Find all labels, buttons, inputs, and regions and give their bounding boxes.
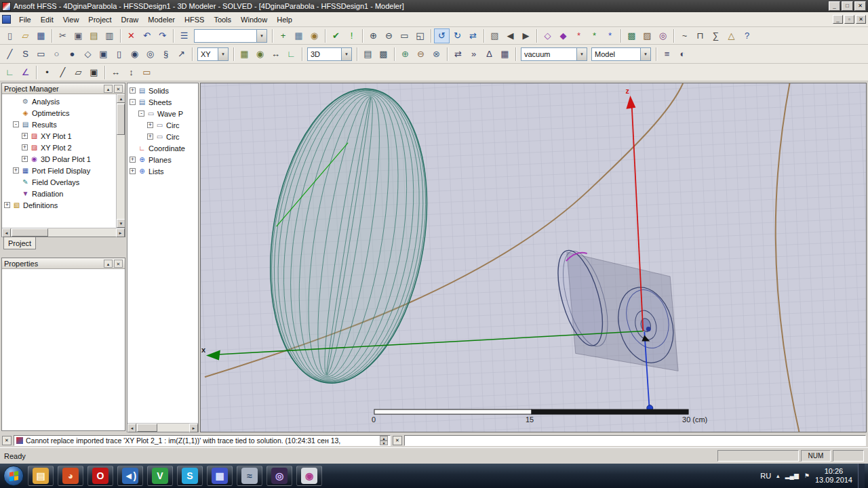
analyze-all-button[interactable]: ! (344, 28, 359, 43)
scroll-up-icon[interactable]: ▲ (117, 94, 125, 103)
create-face-cs-button[interactable]: ∠ (18, 65, 33, 80)
collapse-icon[interactable]: ▴ (104, 85, 113, 93)
pan-button[interactable]: ⇄ (465, 28, 481, 43)
grid-plane-toggle-button[interactable]: ▦ (237, 47, 252, 62)
viewport[interactable]: x z 0 15 30 (cm) (200, 83, 867, 432)
draw-line-button[interactable]: ╱ (2, 47, 18, 62)
draw-helix-button[interactable]: § (158, 47, 174, 62)
select-edges-button[interactable]: ╱ (55, 65, 71, 80)
taskbar-volume-mixer[interactable]: ◄) (117, 466, 143, 486)
validate-button[interactable]: ✔ (328, 28, 344, 43)
zoom-window-button[interactable]: ▭ (397, 28, 412, 43)
quick-search-combo[interactable]: ▼ (194, 29, 267, 43)
menu-window[interactable]: Window (236, 14, 272, 26)
paste-button[interactable]: ▤ (86, 28, 102, 43)
command-close-icon[interactable]: ✕ (393, 436, 402, 445)
scroll-left-icon[interactable]: ◄ (2, 228, 11, 237)
menu-file[interactable]: File (14, 14, 36, 26)
draw-ellipse-button[interactable]: ○ (49, 47, 64, 62)
tree-item-xy-plot-1[interactable]: +▨XY Plot 1 (2, 130, 116, 142)
tree-item-radiation[interactable]: ▼Radiation (2, 188, 116, 199)
menu-edit[interactable]: Edit (36, 14, 58, 26)
tree-item-definitions[interactable]: +▧Definitions (2, 199, 116, 211)
draw-sweep-button[interactable]: ↗ (174, 47, 189, 62)
tab-project[interactable]: Project (3, 237, 36, 249)
view-redo-button[interactable]: ▶ (518, 28, 534, 43)
measure-length-button[interactable]: ↕ (123, 65, 139, 80)
tree-expander-icon[interactable]: + (147, 134, 153, 140)
new-button[interactable]: ▯ (2, 28, 18, 43)
rotate-orbit-button[interactable]: ↺ (434, 28, 450, 43)
taskbar-green-app[interactable]: V (147, 466, 173, 486)
undo-button[interactable]: ↶ (139, 28, 155, 43)
tree-item-3d-polar-plot-1[interactable]: +◉3D Polar Plot 1 (2, 153, 116, 165)
optimetrics-setup-button[interactable]: △ (724, 28, 739, 43)
message-spinner[interactable]: ▲ ▼ (380, 436, 388, 445)
active-plane-button[interactable]: ◆ (555, 28, 571, 43)
network-icon[interactable]: ▂▄▆ (785, 472, 799, 479)
menu-hfss[interactable]: HFSS (180, 14, 209, 26)
axes-blue-button[interactable]: * (602, 28, 618, 43)
menu-view[interactable]: View (58, 14, 84, 26)
layer-manager-button[interactable]: ≡ (659, 47, 675, 62)
close-icon[interactable]: ✕ (114, 85, 123, 93)
create-relative-cs-button[interactable]: ∟ (2, 65, 18, 80)
chevron-down-icon[interactable]: ▼ (256, 30, 267, 42)
tree-item-analysis[interactable]: ⚙Analysis (2, 96, 116, 107)
collapse-icon[interactable]: ▴ (104, 260, 113, 268)
clock[interactable]: 10:26 13.09.2014 (815, 467, 852, 485)
close-icon[interactable]: ✕ (114, 260, 123, 268)
draw-box-button[interactable]: ▣ (96, 47, 111, 62)
tree-expander-icon[interactable]: - (138, 110, 144, 117)
chevron-down-icon[interactable]: ▼ (640, 48, 650, 60)
project-tree-vscrollbar[interactable]: ▲ ▼ (116, 94, 125, 228)
message-close-icon[interactable]: ✕ (2, 436, 12, 445)
lumped-port-button[interactable]: ⊓ (692, 28, 708, 43)
axes-red-button[interactable]: * (571, 28, 587, 43)
taskbar-paint-tool[interactable]: ◉ (296, 466, 322, 486)
scroll-right-icon[interactable]: ► (116, 228, 125, 237)
zoom-in-button[interactable]: ⊕ (366, 28, 381, 43)
menu-help[interactable]: Help (272, 14, 297, 26)
draw-sphere-button[interactable]: ◉ (127, 47, 142, 62)
ruler-options-button[interactable]: ▭ (139, 65, 155, 80)
zoom-out-button[interactable]: ⊖ (381, 28, 397, 43)
tree-item-circ-2[interactable]: +▭Circ (127, 131, 198, 142)
draw-circle-button[interactable]: ● (64, 47, 80, 62)
tree-expander-icon[interactable]: + (22, 156, 28, 162)
snap-settings-button[interactable]: ◉ (307, 28, 322, 43)
shaded-view-button[interactable]: ▩ (376, 47, 391, 62)
draw-cylinder-button[interactable]: ▯ (111, 47, 127, 62)
rotate-center-button[interactable]: ↻ (450, 28, 465, 43)
tree-item-sheets[interactable]: -▤Sheets (127, 96, 198, 108)
radiation-setup-button[interactable]: ◎ (655, 28, 671, 43)
hidden-icons-button[interactable]: ▴ (776, 472, 780, 479)
taskbar-media-player[interactable]: ◕ (58, 466, 83, 486)
mesh-overlay-button[interactable]: ▨ (639, 28, 655, 43)
print-button[interactable]: ▥ (102, 28, 117, 43)
menu-draw[interactable]: Draw (117, 14, 144, 26)
tree-expander-icon[interactable]: - (130, 99, 136, 105)
tree-item-coordinate[interactable]: ∟Coordinate (127, 142, 198, 154)
command-field[interactable] (404, 435, 866, 446)
action-center-icon[interactable]: ⚑ (804, 472, 810, 479)
boolean-unite-button[interactable]: ⊕ (397, 47, 413, 62)
chevron-down-icon[interactable]: ▼ (218, 48, 228, 60)
scroll-thumb[interactable] (12, 228, 48, 237)
field-overlays-button[interactable]: ▩ (624, 28, 639, 43)
tree-expander-icon[interactable]: + (4, 202, 10, 208)
taskbar-explorer[interactable]: ▤ (28, 466, 54, 486)
material-combo[interactable]: vacuum▼ (521, 47, 587, 61)
draw-torus-button[interactable]: ◎ (142, 47, 158, 62)
minimize-button[interactable]: _ (829, 1, 840, 11)
tree-item-results[interactable]: -▤Results (2, 119, 116, 130)
select-objects-button[interactable]: ▣ (86, 65, 102, 80)
wave-port-button[interactable]: ~ (677, 28, 692, 43)
move-mode-button[interactable]: + (275, 28, 291, 43)
menu-modeler[interactable]: Modeler (143, 14, 180, 26)
project-tree-hscrollbar[interactable]: ◄ ► (2, 228, 125, 237)
tree-expander-icon[interactable]: + (130, 87, 136, 94)
tree-expander-icon[interactable]: + (130, 168, 136, 174)
mdi-close-button[interactable]: ✕ (856, 15, 866, 24)
tree-expander-icon[interactable]: - (13, 121, 19, 127)
